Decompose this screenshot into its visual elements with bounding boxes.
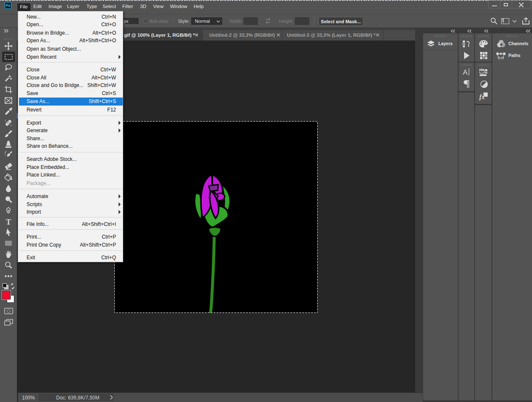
svg-text:T: T [6, 218, 11, 226]
svg-text:A: A [463, 68, 468, 76]
svg-text:fx: fx [479, 93, 485, 100]
